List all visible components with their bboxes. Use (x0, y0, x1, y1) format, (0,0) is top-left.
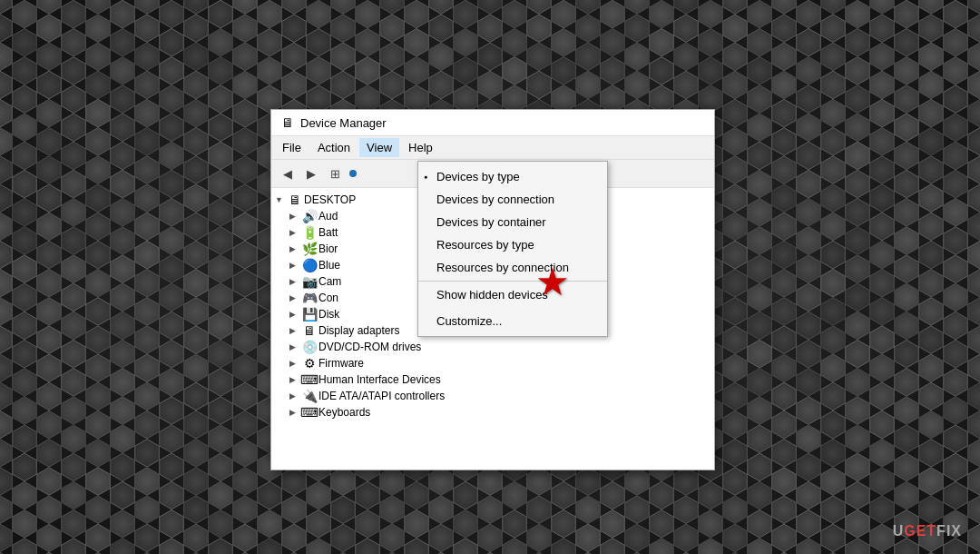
watermark-get: GET (904, 523, 936, 539)
watermark-u: U (893, 523, 905, 539)
menu-bar: File Action View Help (271, 136, 714, 160)
properties-button[interactable]: ⊞ (324, 163, 346, 184)
menu-item-devices-by-container[interactable]: Devices by container (418, 211, 607, 233)
forward-button[interactable]: ▶ (300, 163, 322, 184)
menu-item-devices-by-connection[interactable]: Devices by connection (418, 188, 607, 211)
menu-item-resources-by-type[interactable]: Resources by type (418, 233, 607, 256)
root-chevron: ▼ (275, 195, 286, 204)
root-icon: 🖥 (288, 193, 302, 207)
watermark-fix: FIX (936, 523, 962, 539)
menu-item-show-hidden-devices[interactable]: Show hidden devices (418, 283, 607, 306)
menu-action[interactable]: Action (310, 138, 358, 157)
back-button[interactable]: ◀ (277, 163, 299, 184)
tree-item-firmware[interactable]: ▶ ⚙ Firmware (286, 355, 714, 371)
menu-item-customize[interactable]: Customize... (418, 308, 607, 332)
menu-item-resources-by-connection[interactable]: Resources by connection (418, 256, 607, 282)
menu-file[interactable]: File (275, 138, 309, 157)
window-title: Device Manager (300, 116, 387, 130)
title-bar: 🖥 Device Manager (271, 110, 714, 136)
watermark: UGETFIX (893, 523, 962, 539)
window-icon: 🖥 (280, 115, 295, 130)
view-dropdown-menu: Devices by type Devices by connection De… (417, 161, 608, 337)
menu-view[interactable]: View (359, 138, 399, 157)
red-star: ★ (535, 263, 570, 302)
tree-item-dvd[interactable]: ▶ 💿 DVD/CD-ROM drives (286, 339, 714, 355)
tree-item-ide[interactable]: ▶ 🔌 IDE ATA/ATAPI controllers (286, 388, 714, 404)
menu-help[interactable]: Help (401, 138, 440, 157)
root-label: DESKTOP (304, 193, 356, 206)
active-indicator (349, 170, 357, 177)
tree-item-keyboards[interactable]: ▶ ⌨ Keyboards (286, 404, 714, 420)
tree-item-hid[interactable]: ▶ ⌨ Human Interface Devices (286, 371, 714, 388)
menu-item-devices-by-type[interactable]: Devices by type (418, 165, 607, 188)
